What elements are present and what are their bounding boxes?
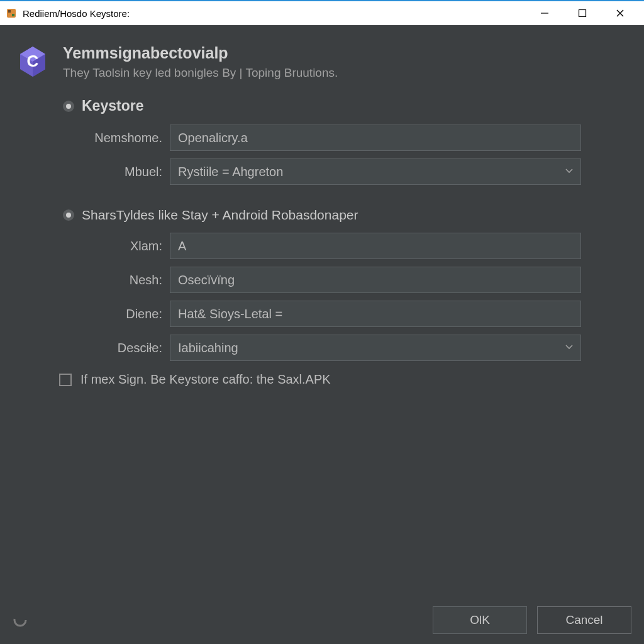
dialog-title: Yemmsignabectovialp [63,44,629,62]
diene-label: Diene: [82,307,170,321]
xlam-row: Xlam: [82,233,581,259]
nemshome-row: Nemshome. [82,125,581,151]
nesh-input[interactable] [170,267,581,293]
close-button[interactable] [614,7,626,19]
sign-apk-checkbox-row[interactable]: If mex Sign. Be Keystore caffo: the Saxl… [59,372,581,387]
descile-row: Desciłe: [82,335,581,361]
svg-rect-2 [12,14,14,16]
svg-rect-4 [579,10,586,17]
titlebar: Rediiem/Hosdo Keystore: [0,0,644,25]
mbuel-row: Mbuel: [82,158,581,185]
radio-android-icon [63,209,74,221]
spinner-icon [13,613,28,628]
window-controls [538,7,639,19]
ok-button[interactable]: OlK [433,606,527,634]
nemshome-label: Nemshome. [82,131,170,145]
form-body: Keystore Nemshome. Mbuel: SharsTyldes li… [0,97,644,596]
diene-input[interactable] [170,301,581,327]
app-icon-small [5,7,18,19]
cancel-button[interactable]: Cancel [537,606,631,634]
window-title: Rediiem/Hosdo Keystore: [23,8,538,19]
dialog-subtitle: They Taolsin key led bonigles By | Topin… [63,66,629,80]
nemshome-input[interactable] [170,125,581,151]
android-section-title: SharsTyldes like Stay + Android Robasdon… [82,208,358,223]
minimize-button[interactable] [538,7,551,19]
xlam-label: Xlam: [82,239,170,253]
svg-text:C: C [27,52,39,70]
dialog-footer: OlK Cancel [0,596,644,644]
nesh-row: Nesh: [82,267,581,293]
descile-label: Desciłe: [82,341,170,355]
android-section-header[interactable]: SharsTyldes like Stay + Android Robasdon… [63,208,581,223]
svg-point-11 [14,614,26,626]
nesh-label: Nesh: [82,273,170,287]
keystore-section-title: Keystore [82,97,143,114]
mbuel-select[interactable] [170,158,581,185]
header-text-block: Yemmsignabectovialp They Taolsin key led… [63,44,629,80]
footer-buttons: OlK Cancel [433,606,631,634]
radio-keystore-icon [63,101,74,112]
dialog-header: C Yemmsignabectovialp They Taolsin key l… [0,25,644,97]
checkbox-icon[interactable] [59,374,72,386]
footer-left [13,613,433,628]
diene-row: Diene: [82,301,581,327]
xlam-input[interactable] [170,233,581,259]
sign-apk-checkbox-label: If mex Sign. Be Keystore caffo: the Saxl… [80,372,331,387]
mbuel-label: Mbuel: [82,165,170,179]
svg-rect-1 [8,10,11,13]
maximize-button[interactable] [576,7,589,19]
keystore-section-header[interactable]: Keystore [63,97,581,114]
descile-select[interactable] [170,335,581,361]
app-logo-icon: C [15,44,50,79]
